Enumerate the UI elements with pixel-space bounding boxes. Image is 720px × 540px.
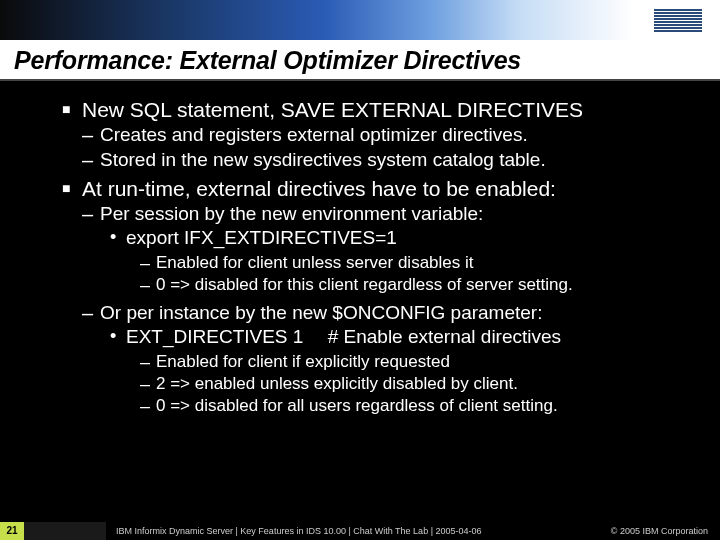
bullet-l2: Stored in the new sysdirectives system c… <box>82 148 720 172</box>
bullet-l2: Or per instance by the new $ONCONFIG par… <box>82 301 720 416</box>
copyright: © 2005 IBM Corporation <box>611 526 720 536</box>
footer-divider <box>24 522 106 540</box>
bullet-l3: EXT_DIRECTIVES 1 # Enable external direc… <box>108 325 720 417</box>
bullet-l4: 0 => disabled for all users regardless o… <box>140 395 720 416</box>
bullet-text: New SQL statement, SAVE EXTERNAL DIRECTI… <box>82 98 583 121</box>
bullet-l4: Enabled for client if explicitly request… <box>140 351 720 372</box>
bullet-l3: export IFX_EXTDIRECTIVES=1 Enabled for c… <box>108 226 720 295</box>
title-bar: Performance: External Optimizer Directiv… <box>0 40 720 81</box>
top-banner <box>0 0 720 40</box>
bullet-l4: 2 => enabled unless explicitly disabled … <box>140 373 720 394</box>
slide: Performance: External Optimizer Directiv… <box>0 0 720 540</box>
bullet-text: EXT_DIRECTIVES 1 # Enable external direc… <box>126 326 561 347</box>
bullet-text: export IFX_EXTDIRECTIVES=1 <box>126 227 397 248</box>
bullet-text: Per session by the new environment varia… <box>100 203 483 224</box>
ibm-logo-icon <box>654 9 702 32</box>
bullet-l4: 0 => disabled for this client regardless… <box>140 274 720 295</box>
bullet-text: Or per instance by the new $ONCONFIG par… <box>100 302 542 323</box>
slide-title: Performance: External Optimizer Directiv… <box>14 46 706 75</box>
bullet-l2: Per session by the new environment varia… <box>82 202 720 295</box>
slide-content: New SQL statement, SAVE EXTERNAL DIRECTI… <box>0 81 720 416</box>
page-number: 21 <box>0 522 24 540</box>
bullet-l1: New SQL statement, SAVE EXTERNAL DIRECTI… <box>62 97 720 172</box>
bullet-text: At run-time, external directives have to… <box>82 177 556 200</box>
bullet-l2: Creates and registers external optimizer… <box>82 123 720 147</box>
bullet-l4: Enabled for client unless server disable… <box>140 252 720 273</box>
footer-text: IBM Informix Dynamic Server | Key Featur… <box>106 526 611 536</box>
bullet-l1: At run-time, external directives have to… <box>62 176 720 417</box>
footer: 21 IBM Informix Dynamic Server | Key Fea… <box>0 522 720 540</box>
